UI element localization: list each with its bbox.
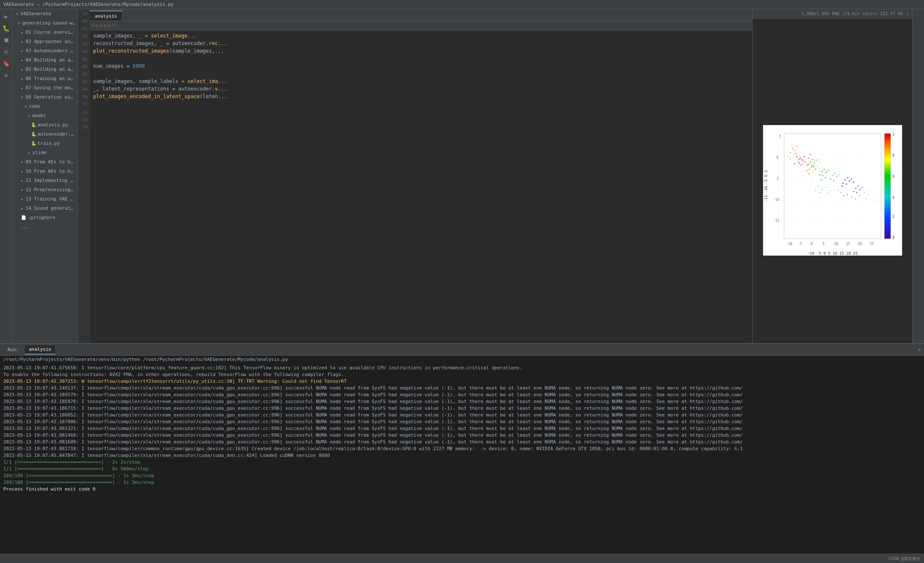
line-70: 70: [78, 93, 88, 101]
run-icon[interactable]: ▶: [1, 11, 12, 22]
sidebar-item-03[interactable]: 03 Autoencoders expla: [13, 46, 78, 56]
line-61: 61: [78, 25, 88, 33]
svg-point-90: [847, 194, 848, 195]
sidebar-item-train-py[interactable]: train.py: [13, 139, 78, 148]
svg-point-103: [826, 187, 827, 188]
svg-point-42: [795, 153, 796, 154]
svg-point-46: [806, 170, 808, 171]
code-line-66: _, latent_representations = autoencoder.…: [93, 85, 749, 93]
image-toolbar: 1,000×1,000 PNG (24-bit color) 152.47 kB…: [753, 9, 912, 19]
svg-point-57: [825, 177, 826, 178]
sidebar-root[interactable]: VAEGenerate: [13, 9, 78, 19]
sidebar-item-02[interactable]: 02 Approaches and cha: [13, 37, 78, 46]
sidebar-item-more[interactable]: ...: [13, 222, 78, 232]
sidebar-item-code[interactable]: code: [13, 102, 78, 111]
sidebar-item-slide[interactable]: slide: [13, 148, 78, 157]
code-line-64: [93, 70, 749, 77]
svg-point-67: [842, 182, 844, 184]
svg-point-121: [817, 159, 818, 160]
svg-text:-15  -10  -5   0   5: -15 -10 -5 0 5: [764, 170, 768, 202]
svg-point-34: [802, 163, 803, 164]
console-line: 2023-05-13 19:07:43.187006: I tensorflow…: [3, 419, 921, 425]
svg-text:-10: -10: [786, 242, 793, 246]
svg-point-73: [855, 187, 856, 189]
top-bar: VAEGenerate – /PycharmProjects/VAEGenera…: [0, 0, 924, 9]
bottom-tab-analysis[interactable]: analysis: [25, 345, 56, 355]
svg-point-120: [811, 165, 812, 166]
toolbar-icon-2[interactable]: □: [96, 23, 98, 28]
bottom-tab-run-label: Run:: [3, 345, 23, 355]
svg-point-68: [849, 180, 850, 181]
sidebar-item-14[interactable]: 14 Sound generation wi: [13, 204, 78, 213]
sidebar-item-06[interactable]: 06 Training an autoen: [13, 74, 78, 83]
structure-icon[interactable]: ≡: [1, 70, 12, 81]
sidebar-item-autoencoder-py[interactable]: autoencoder.py: [13, 130, 78, 139]
line-67: 67: [78, 71, 88, 78]
svg-point-94: [864, 192, 865, 193]
svg-point-114: [813, 180, 814, 181]
svg-text:0: 0: [811, 242, 813, 246]
svg-text:0: 0: [777, 156, 779, 160]
toolbar-icon-3[interactable]: ◎: [100, 23, 102, 28]
editor-tabs: analysis: [90, 9, 752, 21]
svg-text:6: 6: [892, 175, 895, 179]
bookmark-icon[interactable]: 🔖: [1, 58, 12, 69]
svg-point-113: [807, 179, 808, 179]
expand-icon[interactable]: ⟩: [906, 11, 909, 16]
editor-tab-analysis[interactable]: analysis: [90, 11, 123, 21]
svg-text:8: 8: [892, 154, 895, 157]
svg-text:-10  -5   0   5   10  15  20  : -10 -5 0 5 10 15 20 25: [807, 251, 857, 256]
svg-text:-5: -5: [798, 242, 802, 246]
sidebar-item-model[interactable]: model: [13, 111, 78, 120]
sidebar-item-12[interactable]: 12 Preprocessing pipeli: [13, 185, 78, 195]
console-line: 2023-05-13 19:07:43.881718: I tensorflow…: [3, 446, 921, 452]
svg-point-51: [821, 171, 822, 172]
line-59: 59: [78, 10, 88, 18]
svg-point-47: [812, 171, 813, 173]
svg-text:3: 3: [892, 133, 895, 136]
svg-point-93: [859, 195, 860, 196]
line-62: 62: [78, 33, 88, 40]
console-line: 1/1 [==============================] - 0…: [3, 466, 921, 472]
toolbar-icon-6[interactable]: ✎: [112, 23, 115, 28]
sidebar-item-05[interactable]: 05 Building an autoen: [13, 65, 78, 74]
sidebar-item-11[interactable]: 11 Implementing VAE: [13, 176, 78, 185]
svg-point-116: [812, 159, 813, 160]
sidebar-item-09[interactable]: 09 From AEs to VAEs Pa: [13, 157, 78, 167]
code-line-62: [93, 55, 749, 62]
line-64: 64: [78, 48, 88, 56]
sidebar-item-13[interactable]: 13 Training VAE with au: [13, 195, 78, 204]
console-line: 2023-05-13 19:07:41.675650: I tensorflow…: [3, 365, 921, 371]
code-line-67: plot_images_encoded_in_latent_space(late…: [93, 93, 749, 100]
sidebar-item-10[interactable]: 10 From AEs to VAEs Pa: [13, 167, 78, 176]
svg-point-80: [792, 148, 793, 149]
svg-point-58: [820, 179, 822, 180]
toolbar-icon-1[interactable]: ✕: [91, 23, 94, 28]
settings-gear-icon[interactable]: ⚙: [918, 347, 921, 352]
sidebar-item-04[interactable]: 04 Building an autoen: [13, 56, 78, 65]
sidebar-item-gitignore[interactable]: .gitignore: [13, 213, 78, 222]
svg-point-87: [841, 192, 841, 193]
editor-content[interactable]: sample_images, _ = select_image... recon…: [90, 30, 752, 362]
sidebar-item-07[interactable]: 07 Saving the model: [13, 83, 78, 93]
toolbar-icon-4[interactable]: ○: [104, 23, 107, 28]
debug-icon[interactable]: 🐛: [1, 23, 12, 34]
code-editor[interactable]: sample_images, _ = select_image... recon…: [90, 30, 752, 362]
svg-point-28: [799, 157, 801, 158]
svg-point-29: [802, 160, 803, 161]
toolbar-icon-5[interactable]: ▷: [108, 23, 111, 28]
sidebar-item-01[interactable]: 01 Course overview: [13, 28, 78, 37]
sidebar-item-generating[interactable]: generating-sound-with-ne: [13, 19, 78, 28]
console-line: Process finished with exit code 0: [3, 486, 921, 493]
console-output[interactable]: 2023-05-13 19:07:41.675650: I tensorflow…: [0, 363, 924, 554]
sidebar-item-analysis-py[interactable]: analysis.py: [13, 120, 78, 130]
stop-icon[interactable]: ⏹: [1, 35, 12, 45]
console-line: 2023-05-13 19:07:43.881321: I tensorflow…: [3, 425, 921, 432]
svg-text:-5: -5: [775, 177, 779, 181]
svg-point-61: [830, 178, 831, 179]
svg-point-41: [809, 154, 811, 155]
settings-icon[interactable]: ⚙: [1, 46, 12, 57]
sidebar-item-08[interactable]: 08 Generation with Au: [13, 93, 78, 102]
svg-point-50: [808, 173, 809, 174]
svg-point-110: [809, 174, 810, 175]
